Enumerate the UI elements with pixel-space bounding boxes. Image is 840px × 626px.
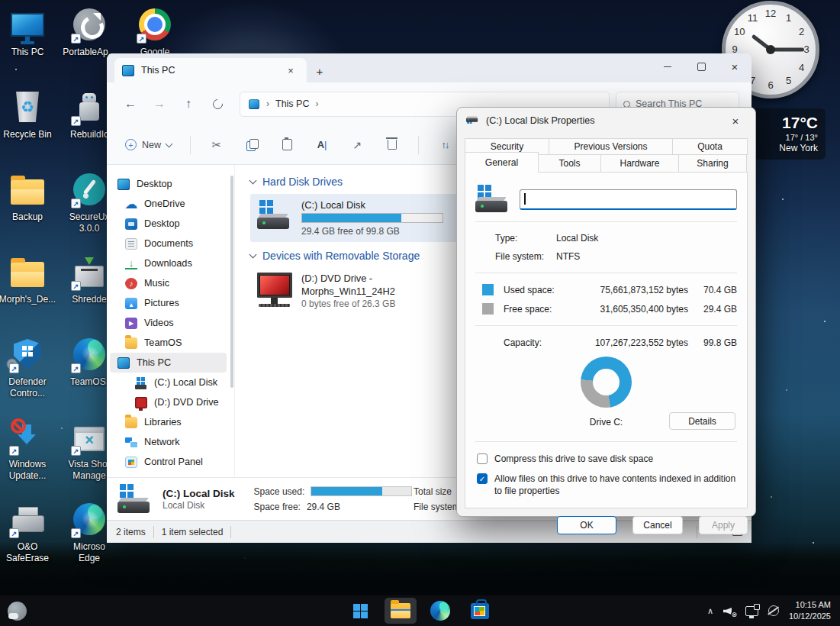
forward-button[interactable]: → <box>148 92 171 115</box>
copy-button[interactable] <box>237 132 267 158</box>
status-divider <box>230 526 231 538</box>
folder-icon <box>125 337 137 349</box>
share-button[interactable] <box>342 132 372 158</box>
ok-button[interactable]: OK <box>557 516 616 534</box>
index-checkbox-row[interactable]: Allow files on this drive to have conten… <box>477 473 737 497</box>
sidebar-item-label: Desktop <box>137 179 172 189</box>
desktop-icon-recycle-bin[interactable]: Recycle Bin <box>0 89 60 140</box>
start-button[interactable] <box>345 598 377 624</box>
sidebar-item-videos[interactable]: Videos <box>110 313 227 333</box>
shortcut-overlay-icon <box>137 34 146 44</box>
sidebar-item-onedrive[interactable]: OneDrive <box>110 194 227 214</box>
used-space-gb: 70.4 GB <box>688 285 737 295</box>
group-title: Hard Disk Drives <box>262 176 343 188</box>
weather-city: New York <box>758 143 818 153</box>
breadcrumb-location[interactable]: This PC <box>275 98 309 109</box>
desktop-icon-backup[interactable]: Backup <box>0 171 60 223</box>
taskbar-edge[interactable] <box>424 598 456 624</box>
details-button[interactable]: Details <box>669 412 735 430</box>
drive-icon <box>117 483 153 515</box>
delete-button[interactable] <box>377 132 407 158</box>
shortcut-overlay-icon <box>71 446 81 456</box>
minimize-button[interactable] <box>651 53 684 79</box>
new-tab-button[interactable] <box>307 60 333 82</box>
desktop-icon-morphs-folder[interactable]: Morph's_De... <box>0 253 60 305</box>
sidebar-item-c-drive[interactable]: (C:) Local Disk <box>110 373 227 392</box>
divider <box>475 441 737 442</box>
dialog-title-bar[interactable]: (C:) Local Disk Properties <box>457 108 755 134</box>
tab-quota[interactable]: Quota <box>672 138 748 155</box>
tray-clock[interactable]: 10:15 AM 10/12/2025 <box>789 599 831 622</box>
folder-icon <box>9 253 46 290</box>
back-button[interactable]: ← <box>119 92 142 115</box>
shield-icon <box>9 336 46 373</box>
desktop-icon-defender-control[interactable]: Defender Contro... <box>0 336 60 400</box>
close-tab-icon[interactable] <box>282 62 299 79</box>
general-tab-page: Type: Local Disk File system: NTFS Used … <box>465 172 748 508</box>
widgets-button[interactable] <box>0 595 34 626</box>
desktop-icon-google[interactable]: Google <box>122 6 188 58</box>
divider <box>475 221 737 222</box>
this-pc-icon <box>122 65 134 76</box>
sidebar-item-libraries[interactable]: Libraries <box>110 412 227 432</box>
sidebar-item-music[interactable]: Music <box>110 273 227 293</box>
paste-button[interactable] <box>272 132 302 158</box>
clock-number: 2 <box>796 26 808 37</box>
network-icon[interactable] <box>745 606 758 616</box>
muted-speaker-icon[interactable] <box>723 605 735 616</box>
tab-sharing[interactable]: Sharing <box>678 154 747 173</box>
selected-count: 1 item selected <box>162 527 224 537</box>
drive-item-c[interactable]: (C:) Local Disk 29.4 GB free of 99.8 GB <box>250 194 473 242</box>
compress-checkbox-row[interactable]: Compress this drive to save disk space <box>477 453 737 465</box>
up-button[interactable]: ↑ <box>177 92 200 115</box>
index-checkbox[interactable] <box>477 473 488 484</box>
tab-hardware[interactable]: Hardware <box>600 154 679 173</box>
sidebar-item-label: (C:) Local Disk <box>154 377 217 388</box>
compress-checkbox[interactable] <box>477 453 488 464</box>
no-internet-icon[interactable] <box>768 605 779 616</box>
sidebar-item-this-pc[interactable]: This PC <box>110 353 227 373</box>
capacity-gb: 99.8 GB <box>688 337 737 348</box>
cancel-button[interactable]: Cancel <box>632 516 683 534</box>
desktop-icon-portableapps[interactable]: PortableAp... <box>56 6 122 58</box>
used-space-label: Used space: <box>504 285 583 295</box>
tab-general[interactable]: General <box>465 152 539 173</box>
scissors-icon <box>212 138 222 152</box>
desktop-icon-oo-safeerase[interactable]: O&O SafeErase <box>0 501 60 565</box>
sidebar-item-teamos[interactable]: TeamOS <box>110 333 227 353</box>
sidebar-item-label: (D:) DVD Drive <box>154 397 219 408</box>
tab-tools[interactable]: Tools <box>538 154 601 173</box>
rename-button[interactable] <box>307 132 337 158</box>
desktop-icon-this-pc[interactable]: This PC <box>0 6 60 58</box>
sidebar-item-label: Music <box>144 278 169 289</box>
desktop-icon-windows-update[interactable]: Windows Update... <box>0 418 60 482</box>
refresh-button[interactable] <box>206 92 229 115</box>
maximize-button[interactable] <box>684 53 718 79</box>
taskbar-store[interactable] <box>464 598 496 624</box>
apply-button[interactable]: Apply <box>699 516 748 534</box>
sidebar-item-downloads[interactable]: Downloads <box>110 253 227 273</box>
volume-label-input[interactable] <box>520 189 737 210</box>
trash-icon <box>388 140 397 150</box>
weather-widget[interactable]: 17°C 17° / 13° New York <box>751 108 826 160</box>
cut-button[interactable] <box>201 132 232 158</box>
drive-item-dvd[interactable]: (D:) DVD Drive - Morphs_Win11_24H2 0 byt… <box>250 268 473 314</box>
hidden-icons-chevron[interactable] <box>707 606 713 616</box>
sidebar-item-dvd-drive[interactable]: (D:) DVD Drive <box>110 392 227 412</box>
dialog-close-button[interactable] <box>720 109 751 132</box>
clock-number: 6 <box>764 79 777 90</box>
tab-previous-versions[interactable]: Previous Versions <box>549 138 673 155</box>
sidebar-scrollbar[interactable] <box>230 176 233 388</box>
sidebar-item-desktop[interactable]: Desktop <box>110 214 227 234</box>
sidebar-item-desktop-pin[interactable]: Desktop <box>110 174 227 194</box>
sidebar-item-pictures[interactable]: Pictures <box>110 293 227 313</box>
clipboard-icon <box>282 139 292 150</box>
sidebar-item-network[interactable]: Network <box>110 432 227 452</box>
tab-this-pc[interactable]: This PC <box>114 58 307 82</box>
taskbar-file-explorer[interactable] <box>385 598 417 624</box>
system-tray: 10:15 AM 10/12/2025 <box>707 599 840 622</box>
sidebar-item-documents[interactable]: Documents <box>110 234 227 253</box>
close-button[interactable] <box>718 53 751 79</box>
new-button[interactable]: New <box>117 132 179 158</box>
sidebar-item-control-panel[interactable]: Control Panel <box>110 452 227 472</box>
